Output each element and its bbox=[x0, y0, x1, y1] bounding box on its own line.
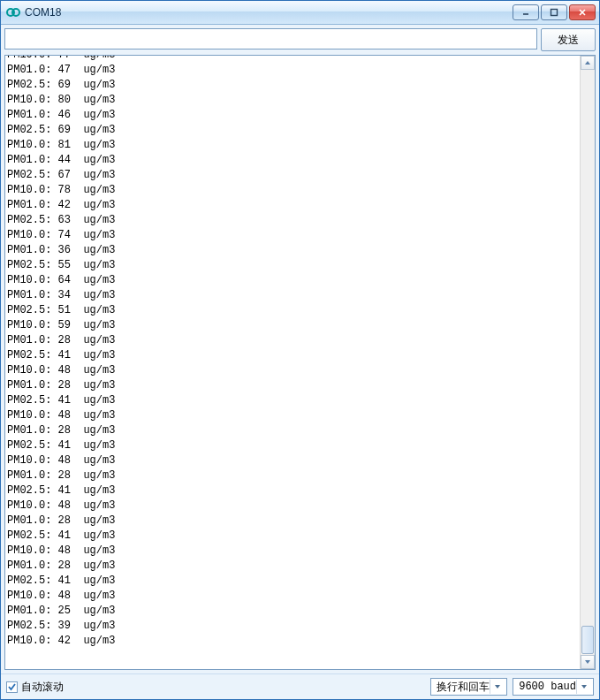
autoscroll-label: 自动滚动 bbox=[21, 680, 64, 695]
window-title: COM18 bbox=[25, 6, 61, 19]
serial-line: PM01.0: 36 ug/m3 bbox=[7, 243, 578, 258]
serial-line: PM10.0: 74 ug/m3 bbox=[7, 228, 578, 243]
serial-line: PM10.0: 48 ug/m3 bbox=[7, 498, 578, 514]
serial-output[interactable]: PM10.0: 77 ug/m3PM01.0: 47 ug/m3PM02.5: … bbox=[5, 55, 580, 669]
serial-line: PM02.5: 51 ug/m3 bbox=[7, 303, 578, 318]
svg-marker-7 bbox=[585, 660, 590, 664]
serial-line: PM02.5: 63 ug/m3 bbox=[7, 213, 578, 228]
serial-line: PM01.0: 42 ug/m3 bbox=[7, 198, 578, 213]
serial-output-area: PM10.0: 77 ug/m3PM01.0: 47 ug/m3PM02.5: … bbox=[4, 55, 596, 670]
baud-select[interactable]: 9600 baud bbox=[513, 678, 594, 696]
serial-line: PM10.0: 48 ug/m3 bbox=[7, 589, 578, 604]
serial-line: PM01.0: 34 ug/m3 bbox=[7, 288, 578, 303]
autoscroll-checkbox[interactable] bbox=[6, 681, 18, 693]
serial-line: PM10.0: 48 ug/m3 bbox=[7, 544, 578, 559]
svg-rect-3 bbox=[551, 10, 558, 16]
scroll-thumb[interactable] bbox=[581, 626, 594, 654]
serial-line: PM10.0: 64 ug/m3 bbox=[7, 273, 578, 288]
serial-line: PM01.0: 28 ug/m3 bbox=[7, 333, 578, 348]
send-button[interactable]: 发送 bbox=[541, 28, 596, 51]
serial-line: PM01.0: 28 ug/m3 bbox=[7, 378, 578, 393]
serial-line: PM02.5: 41 ug/m3 bbox=[7, 393, 578, 408]
svg-marker-9 bbox=[581, 685, 587, 689]
serial-line: PM10.0: 42 ug/m3 bbox=[7, 634, 578, 649]
serial-line: PM02.5: 41 ug/m3 bbox=[7, 348, 578, 363]
serial-line: PM02.5: 39 ug/m3 bbox=[7, 619, 578, 634]
serial-line: PM01.0: 25 ug/m3 bbox=[7, 604, 578, 619]
window-controls bbox=[513, 4, 597, 20]
serial-line: PM02.5: 41 ug/m3 bbox=[7, 574, 578, 589]
serial-line: PM10.0: 59 ug/m3 bbox=[7, 318, 578, 333]
serial-line: PM01.0: 46 ug/m3 bbox=[7, 108, 578, 123]
maximize-button[interactable] bbox=[541, 4, 567, 20]
serial-line: PM02.5: 41 ug/m3 bbox=[7, 529, 578, 544]
close-button[interactable] bbox=[569, 4, 596, 20]
serial-line: PM01.0: 28 ug/m3 bbox=[7, 514, 578, 529]
svg-marker-8 bbox=[495, 685, 500, 689]
serial-line: PM02.5: 55 ug/m3 bbox=[7, 258, 578, 273]
serial-input[interactable] bbox=[4, 28, 537, 49]
serial-line: PM01.0: 28 ug/m3 bbox=[7, 423, 578, 438]
line-ending-selected: 换行和回车 bbox=[437, 680, 490, 695]
serial-line: PM10.0: 48 ug/m3 bbox=[7, 363, 578, 378]
line-ending-select[interactable]: 换行和回车 bbox=[430, 678, 507, 696]
send-button-label: 发送 bbox=[558, 33, 579, 48]
serial-line: PM02.5: 67 ug/m3 bbox=[7, 168, 578, 183]
chevron-down-icon bbox=[490, 680, 505, 694]
serial-monitor-window: COM18 发送 PM10.0: 77 ug/m3PM01.0: 47 ug/m… bbox=[0, 0, 600, 700]
serial-line: PM10.0: 81 ug/m3 bbox=[7, 138, 578, 153]
serial-line: PM10.0: 48 ug/m3 bbox=[7, 453, 578, 468]
serial-line: PM02.5: 69 ug/m3 bbox=[7, 78, 578, 93]
chevron-down-icon bbox=[576, 680, 591, 694]
scroll-up-button[interactable] bbox=[581, 56, 595, 70]
serial-line: PM01.0: 28 ug/m3 bbox=[7, 559, 578, 574]
serial-line: PM01.0: 44 ug/m3 bbox=[7, 153, 578, 168]
serial-line: PM10.0: 77 ug/m3 bbox=[7, 55, 578, 63]
svg-marker-6 bbox=[585, 61, 590, 65]
serial-line: PM10.0: 78 ug/m3 bbox=[7, 183, 578, 198]
baud-selected: 9600 baud bbox=[519, 681, 576, 693]
arduino-icon bbox=[6, 5, 20, 19]
serial-line: PM02.5: 41 ug/m3 bbox=[7, 483, 578, 498]
serial-line: PM10.0: 80 ug/m3 bbox=[7, 93, 578, 108]
titlebar[interactable]: COM18 bbox=[1, 1, 599, 25]
serial-line: PM02.5: 69 ug/m3 bbox=[7, 123, 578, 138]
minimize-button[interactable] bbox=[513, 4, 539, 20]
autoscroll-toggle[interactable]: 自动滚动 bbox=[6, 680, 64, 695]
send-row: 发送 bbox=[1, 25, 599, 55]
serial-line: PM01.0: 28 ug/m3 bbox=[7, 468, 578, 483]
serial-line: PM10.0: 48 ug/m3 bbox=[7, 408, 578, 423]
serial-line: PM01.0: 47 ug/m3 bbox=[7, 63, 578, 78]
vertical-scrollbar[interactable] bbox=[580, 56, 595, 669]
scroll-down-button[interactable] bbox=[581, 655, 595, 669]
serial-line: PM02.5: 41 ug/m3 bbox=[7, 438, 578, 453]
statusbar: 自动滚动 换行和回车 9600 baud bbox=[1, 673, 599, 699]
